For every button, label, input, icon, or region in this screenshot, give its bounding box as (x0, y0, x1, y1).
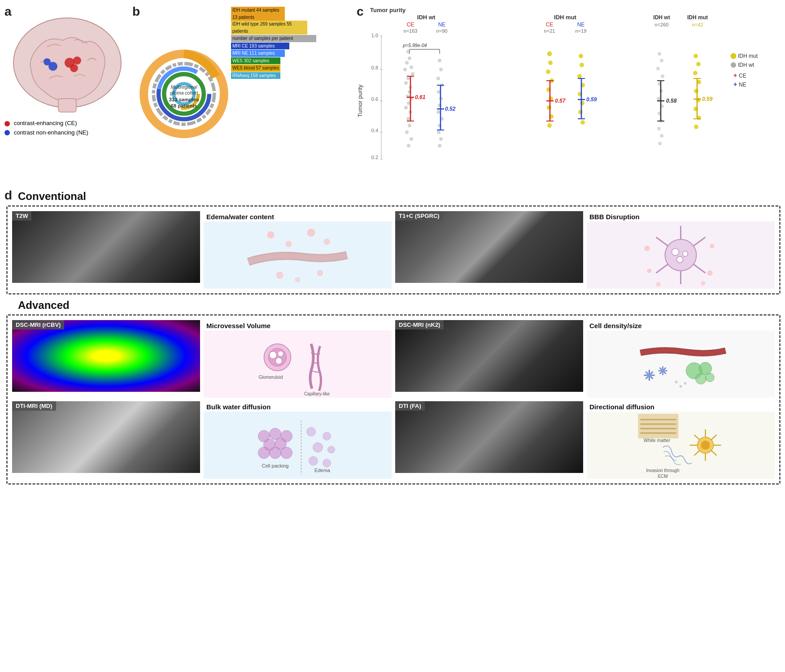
svg-point-167 (706, 373, 715, 382)
svg-point-88 (578, 110, 583, 114)
g3-mut-mean: 0.59 (702, 96, 713, 102)
panel-b: b IDH mutant 44 samples 13 patients IDH … (132, 4, 348, 179)
group1-ne-n: n=90 (436, 28, 448, 34)
b-leg-6: WES 302 samples (231, 57, 316, 65)
svg-point-31 (410, 65, 413, 69)
svg-point-170 (684, 382, 687, 385)
dsc-nk2-label: DSC-MRI (nK2) (395, 320, 444, 329)
svg-text:0.2: 0.2 (371, 155, 378, 160)
advanced-box: DSC-MRI (rCBV) Microvessel Volume (6, 314, 781, 485)
dti-md-cell: DTI-MRI (MD) (12, 401, 200, 479)
svg-point-178 (281, 447, 292, 459)
svg-point-183 (313, 442, 323, 452)
group1-title: IDH wt (417, 14, 436, 21)
svg-point-144 (707, 270, 713, 276)
svg-rect-1 (58, 99, 76, 112)
legend-ce: contrast-enhancing (CE) (4, 119, 88, 128)
b-leg-4: MRI CE 193 samples (231, 42, 316, 50)
svg-point-104 (657, 127, 661, 130)
bulkwater-cell: Bulk water diffusion Cell p (204, 401, 392, 479)
b-leg-8: RNAseq 158 samples (231, 72, 316, 79)
svg-point-177 (270, 447, 281, 459)
svg-text:Cell packing: Cell packing (262, 463, 289, 468)
advanced-row1: DSC-MRI (rCBV) Microvessel Volume (12, 320, 775, 398)
center-text1: Multiregional (171, 85, 197, 90)
svg-point-124 (267, 231, 275, 238)
svg-point-138 (672, 248, 679, 256)
b-leg-2: IDH wild type 269 samples 55 patients (231, 21, 316, 35)
svg-point-141 (645, 246, 650, 251)
svg-point-89 (580, 120, 585, 125)
svg-point-185 (309, 456, 318, 465)
legend-ce-plus: + (733, 72, 737, 79)
g1-ce-mean: 0.61 (415, 94, 426, 100)
svg-point-126 (307, 229, 315, 237)
group2-ce-label: CE (546, 22, 554, 28)
circle-chart-svg: Multiregional glioma cohort 313 samples … (139, 18, 229, 161)
svg-point-77 (547, 123, 552, 128)
y-axis-label: Tumor purity (357, 84, 363, 117)
svg-point-151 (276, 358, 282, 364)
svg-rect-188 (638, 414, 679, 438)
svg-point-130 (295, 277, 301, 282)
svg-point-184 (328, 446, 335, 453)
center-text3: 313 samples (169, 97, 199, 102)
legend-ce-text: CE (739, 73, 746, 79)
svg-point-41 (404, 106, 408, 109)
g2-ce-mean: 0.57 (555, 98, 566, 104)
group2-ne-n: n=19 (576, 28, 587, 34)
microvessel-cell: Microvessel Volume (204, 320, 392, 398)
svg-line-197 (711, 435, 717, 440)
svg-text:Capillary-like: Capillary-like (304, 391, 330, 396)
svg-point-59 (436, 110, 440, 114)
svg-point-115 (694, 89, 698, 93)
dsc-nk2-cell: DSC-MRI (nK2) (395, 320, 583, 398)
svg-line-136 (693, 264, 706, 273)
edema-illus (204, 221, 392, 289)
brain-legend: contrast-enhancing (CE) contrast non-enh… (4, 119, 88, 152)
svg-line-134 (693, 237, 706, 246)
svg-point-166 (696, 373, 706, 384)
svg-point-106 (658, 142, 662, 145)
svg-point-169 (680, 385, 682, 388)
advanced-section: Advanced DSC-MRI (rCBV) Microvessel Volu… (4, 299, 781, 485)
svg-point-186 (323, 459, 331, 467)
svg-point-82 (579, 54, 583, 58)
bulkwater-illus: Cell packing Edema (204, 412, 392, 479)
bbb-svg (587, 221, 775, 289)
svg-text:White matter: White matter (644, 438, 671, 443)
svg-point-6 (44, 58, 51, 65)
svg-line-135 (656, 264, 668, 273)
dti-fa-cell: DTI (FA) (395, 401, 583, 479)
svg-point-43 (406, 117, 410, 121)
svg-line-201 (694, 451, 700, 455)
conventional-section: Conventional T2W Edema/water content (4, 190, 781, 295)
group1-ce-n: n=163 (404, 28, 418, 34)
ne-dot (4, 130, 10, 135)
dti-fa-image: DTI (FA) (395, 401, 583, 473)
g3-wt-mean: 0.58 (666, 98, 677, 104)
svg-point-62 (437, 130, 440, 134)
svg-point-111 (693, 54, 698, 58)
svg-point-113 (693, 71, 698, 75)
svg-point-74 (549, 96, 553, 101)
svg-point-168 (675, 381, 678, 383)
legend-ne-text: NE (739, 82, 746, 88)
svg-point-195 (701, 441, 710, 450)
svg-point-139 (683, 251, 688, 256)
svg-point-119 (694, 125, 698, 129)
g1-ne-mean: 0.52 (445, 106, 456, 112)
svg-point-71 (546, 69, 550, 74)
celldensity-svg (587, 330, 775, 398)
group3-title2: IDH mut (687, 14, 708, 21)
svg-point-64 (438, 144, 441, 147)
group3-n1: n=260 (655, 22, 669, 27)
svg-line-203 (694, 435, 700, 440)
svg-point-46 (410, 137, 413, 141)
bbb-title: BBB Disruption (587, 211, 775, 221)
dsc-nk2-image: DSC-MRI (nK2) (395, 320, 583, 392)
scatter-svg: Tumor purity IDH wt CE NE n=163 n=90 p=5… (357, 11, 769, 177)
svg-text:Glomeruloid: Glomeruloid (259, 375, 283, 380)
g2-ne-mean: 0.59 (586, 96, 597, 103)
dti-md-image: DTI-MRI (MD) (12, 401, 200, 473)
